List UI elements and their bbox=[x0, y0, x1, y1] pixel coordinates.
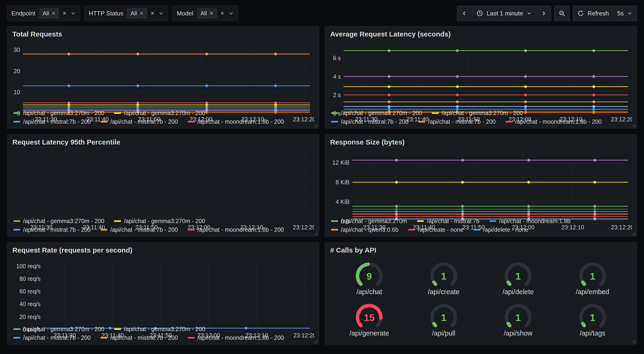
filter-value-pill[interactable]: All × bbox=[39, 8, 59, 19]
clear-filter-icon[interactable]: × bbox=[220, 10, 224, 17]
legend-item[interactable]: /api/chat - mistral:7b - 200 bbox=[100, 118, 178, 125]
series-color-swatch bbox=[13, 220, 20, 222]
filter-value: All bbox=[200, 10, 207, 17]
legend-item[interactable]: /api/create - none bbox=[408, 226, 464, 233]
clear-filter-icon[interactable]: × bbox=[151, 10, 154, 17]
gauge-label: /api/chat bbox=[356, 288, 382, 296]
legend-item[interactable]: /api/chat - mistral:7b - 200 bbox=[418, 118, 496, 125]
legend-item[interactable]: /api/chat - mistral:7b bbox=[417, 218, 479, 224]
legend-label: /api/chat - moondream:1.8b - 200 bbox=[198, 226, 284, 233]
gauge-value: 1 bbox=[516, 271, 521, 282]
series-color-swatch bbox=[408, 229, 415, 231]
timeseries-chart[interactable]: 23:11:3023:11:4023:11:5023:12:0023:12:10… bbox=[330, 148, 632, 217]
time-shift-forward-button[interactable] bbox=[536, 6, 551, 21]
legend-item[interactable]: /api/chat - mistral:7b - 200 bbox=[100, 226, 178, 233]
legend-item[interactable]: /api/chat - moondream:1.8b - 200 bbox=[188, 226, 284, 233]
legend-label: /api/chat - mistral:7b - 200 bbox=[110, 118, 178, 125]
panel-title[interactable]: Total Requests bbox=[12, 30, 314, 38]
filter-label: Endpoint bbox=[12, 10, 36, 17]
panel-title[interactable]: # Calls by API bbox=[330, 246, 632, 254]
legend-row: /api/chat - gemma3:270m - 200/api/chat -… bbox=[13, 218, 314, 224]
legend-item[interactable]: /api/chat - moondream:1.8b - 200 bbox=[188, 334, 284, 341]
filter-endpoint[interactable]: Endpoint All × × bbox=[7, 6, 80, 21]
legend-item[interactable]: /api/chat - gemma3:270m - 200 bbox=[114, 218, 205, 224]
svg-text:30: 30 bbox=[14, 47, 20, 53]
legend-item[interactable]: /api/chat - moondream:1.8b bbox=[489, 218, 571, 224]
timeseries-chart[interactable]: 23:11:3023:11:4023:11:5023:12:0023:12:10… bbox=[12, 256, 314, 325]
legend-item[interactable]: /api/chat - qwen3:0.6b bbox=[331, 226, 398, 233]
chevron-down-icon[interactable] bbox=[70, 10, 76, 16]
legend-item[interactable]: /api/chat - moondream:1.8b - 200 bbox=[506, 118, 602, 125]
legend-label: /api/delete - none bbox=[483, 226, 528, 233]
legend-item[interactable]: /api/chat - gemma3:270m - 200 bbox=[13, 218, 104, 224]
series-color-swatch bbox=[331, 220, 338, 222]
chevron-down-icon[interactable] bbox=[228, 10, 234, 16]
panel-calls-by-api: # Calls by API 9/api/chat1/api/create1/a… bbox=[325, 242, 637, 345]
refresh-label: Refresh bbox=[588, 10, 609, 17]
chevron-right-icon bbox=[540, 10, 547, 17]
legend-item[interactable]: /api/chat - mistral:7b - 200 bbox=[331, 118, 408, 125]
gauge-label: /api/tags bbox=[580, 329, 606, 337]
panel-title[interactable]: Response Size (bytes) bbox=[330, 138, 632, 146]
zoom-out-time-button[interactable] bbox=[554, 6, 570, 21]
legend-item[interactable]: /api/chat - gemma3:270m - 200 bbox=[432, 110, 523, 116]
legend-item[interactable]: /api/chat - moondream:1.8b - 200 bbox=[188, 118, 284, 125]
chevron-down-icon[interactable] bbox=[158, 10, 164, 16]
series-color-swatch bbox=[418, 121, 425, 123]
series-color-swatch bbox=[188, 337, 195, 338]
legend-row: /api/chat - gemma3:270m - 200/api/chat -… bbox=[331, 110, 632, 116]
timeseries-chart[interactable]: 23:11:3023:11:4023:11:5023:12:0023:12:10… bbox=[12, 40, 314, 109]
gauge-value: 1 bbox=[441, 271, 446, 282]
legend-item[interactable]: /api/chat - gemma3:270m - 200 bbox=[114, 326, 205, 332]
panel-title[interactable]: Request Latency 95th Percentile bbox=[12, 138, 314, 146]
gauge-arc: 1 bbox=[575, 260, 610, 291]
legend-item[interactable]: /api/chat - mistral:7b - 200 bbox=[100, 334, 178, 341]
filter-value: All bbox=[130, 10, 137, 17]
remove-tag-icon[interactable]: × bbox=[52, 10, 56, 17]
legend-label: /api/chat - qwen3:0.6b bbox=[341, 226, 398, 233]
filter-label: Model bbox=[177, 10, 193, 17]
legend-item[interactable]: /api/chat - gemma3:270m - 200 bbox=[13, 110, 104, 116]
chevron-down-icon bbox=[627, 11, 632, 16]
timeseries-chart[interactable]: 23:11:3023:11:4023:11:5023:12:0023:12:10… bbox=[12, 148, 314, 217]
legend-item[interactable]: /api/delete - none bbox=[474, 226, 528, 233]
filter-label: HTTP Status bbox=[89, 10, 124, 17]
legend-row: /api/chat - gemma3:270m - 200/api/chat -… bbox=[13, 110, 314, 116]
clear-filter-icon[interactable]: × bbox=[62, 10, 66, 17]
legend-item[interactable]: /api/chat - mistral:7b - 200 bbox=[13, 226, 91, 233]
svg-text:10: 10 bbox=[14, 89, 20, 95]
timeseries-chart[interactable]: 23:11:3023:11:4023:11:5023:12:0023:12:10… bbox=[330, 40, 632, 109]
gauge-value: 1 bbox=[516, 312, 521, 323]
filter-model[interactable]: Model All × × bbox=[172, 6, 238, 21]
legend-row: /api/chat - mistral:7b - 200/api/chat - … bbox=[13, 226, 314, 233]
panel-title[interactable]: Request Rate (requests per second) bbox=[12, 246, 314, 254]
gauge-arc: 1 bbox=[426, 302, 461, 333]
legend-item[interactable]: /api/chat - gemma3:270m - 200 bbox=[13, 326, 104, 332]
remove-tag-icon[interactable]: × bbox=[210, 10, 213, 17]
remove-tag-icon[interactable]: × bbox=[140, 10, 144, 17]
time-shift-back-button[interactable] bbox=[457, 6, 472, 21]
legend-label: /api/chat - mistral:7b - 200 bbox=[428, 118, 496, 125]
legend-label: /api/chat - mistral:7b - 200 bbox=[23, 118, 91, 125]
gauge-label: /api/embed bbox=[576, 288, 610, 296]
gauge-label: /api/show bbox=[504, 329, 532, 337]
legend-item[interactable]: /api/chat - mistral:7b - 200 bbox=[13, 118, 91, 125]
legend-row: /api/chat - qwen3:0.6b/api/create - none… bbox=[331, 226, 632, 233]
legend-row: /api/chat - mistral:7b - 200/api/chat - … bbox=[13, 334, 314, 341]
legend-item[interactable]: /api/chat - gemma3:270m bbox=[331, 218, 407, 224]
refresh-interval-dropdown[interactable]: 5s bbox=[613, 6, 637, 21]
legend-item[interactable]: /api/chat - gemma3:270m - 200 bbox=[331, 110, 422, 116]
time-range-picker[interactable]: Last 1 minute bbox=[472, 6, 536, 21]
legend-item[interactable]: /api/chat - gemma3:270m - 200 bbox=[114, 110, 205, 116]
filter-value-pill[interactable]: All × bbox=[197, 8, 216, 19]
gauge-apidelete: 1/api/delete bbox=[500, 260, 536, 296]
refresh-button[interactable]: Refresh bbox=[573, 6, 613, 21]
panel-total-requests: Total Requests 23:11:3023:11:4023:11:502… bbox=[7, 26, 319, 129]
filter-http-status[interactable]: HTTP Status All × × bbox=[84, 6, 168, 21]
legend-item[interactable]: /api/chat - mistral:7b - 200 bbox=[13, 334, 91, 341]
panel-title[interactable]: Average Request Latency (seconds) bbox=[330, 30, 632, 38]
series-color-swatch bbox=[13, 328, 20, 330]
refresh-icon bbox=[577, 10, 584, 17]
filter-value-pill[interactable]: All × bbox=[127, 8, 147, 19]
svg-text:4 KiB: 4 KiB bbox=[336, 198, 350, 205]
